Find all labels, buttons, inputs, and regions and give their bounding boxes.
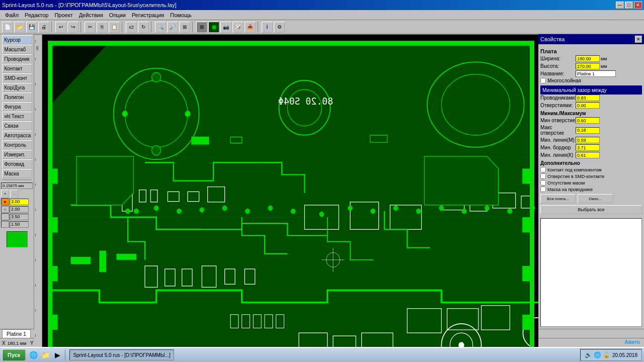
tool-mask[interactable]: Маска (2, 169, 32, 178)
svg-rect-128 (522, 266, 531, 281)
menu-editor[interactable]: Редактор (22, 11, 51, 19)
tab-platine1[interactable]: Platine 1 (2, 329, 31, 338)
svg-point-79 (154, 206, 158, 211)
toolbar-rotate[interactable]: ↻ (138, 22, 149, 33)
wires-value[interactable]: 0.83 (576, 95, 600, 101)
sep1 (51, 22, 53, 33)
toolbar-new[interactable]: 📄 (2, 22, 13, 33)
close-button[interactable]: ✕ (634, 2, 642, 9)
toolbar-zoom-in[interactable]: 🔍 (155, 22, 166, 33)
ie-icon[interactable]: 🌐 (28, 349, 39, 360)
toolbar-redo[interactable]: ↪ (67, 22, 78, 33)
max-via-value[interactable]: 0.18 (576, 127, 600, 134)
toolbar-zoom-out[interactable]: 🔎 (167, 22, 178, 33)
all-board-label: Вся плата... (547, 197, 569, 201)
color-swatch[interactable] (7, 231, 28, 247)
snap-icon[interactable]: + (1, 190, 9, 198)
toolbar-undo[interactable]: ↩ (55, 22, 66, 33)
no-mask-cb[interactable] (540, 180, 546, 186)
min-via-value[interactable]: 0.60 (576, 117, 600, 124)
media-icon[interactable]: ▶ (52, 349, 63, 360)
multilayer-checkbox[interactable] (540, 78, 546, 83)
toolbar-save[interactable]: 💾 (26, 22, 37, 33)
tool-photo[interactable]: Фотовид (2, 159, 32, 168)
toolbar-3d[interactable]: 🎲 (232, 22, 244, 33)
width-value[interactable]: 180.00 (576, 55, 600, 62)
min-lineM-value[interactable]: 0.59 (576, 137, 600, 143)
menu-registration[interactable]: Регистрация (129, 11, 167, 19)
coord-value: 0.15875 мм (1, 183, 33, 189)
tray-icon-1[interactable]: 🔊 (585, 351, 592, 358)
contact-under-cb[interactable] (540, 167, 546, 172)
toolbar-print[interactable]: 🖨 (38, 22, 49, 33)
toolbar-photo[interactable]: 📷 (220, 22, 231, 33)
toolbar-paste[interactable]: 📋 (109, 22, 120, 33)
toolbar-cut[interactable]: ✂ (85, 22, 96, 33)
drc-header-area: Минимальный зазор между (540, 85, 642, 95)
val-row-4: 1.50 (1, 221, 33, 228)
menu-file[interactable]: Файл (2, 11, 22, 19)
svg-rect-124 (49, 315, 58, 330)
svg-point-87 (348, 206, 352, 211)
maximize-button[interactable]: □ (625, 2, 633, 9)
menu-options[interactable]: Опции (106, 11, 129, 19)
tool-polygon[interactable]: Полигон (2, 93, 32, 102)
titlebar-controls: — □ ✕ (616, 2, 642, 9)
toolbar-info[interactable]: i (262, 22, 273, 33)
smd-hole-label: Отверстие в SMD-контакте (547, 174, 604, 179)
menubar: Файл Редактор Проект Действия Опции Реги… (0, 10, 644, 20)
taskbar-sprint[interactable]: Sprint-Layout 5.0 rus - [D:\ПРОГРАММЫ...… (69, 349, 174, 360)
minimize-button[interactable]: — (616, 2, 624, 9)
menu-help[interactable]: Помощь (167, 11, 195, 19)
menu-project[interactable]: Проект (51, 11, 75, 19)
svg-point-89 (393, 206, 398, 211)
toolbar-zoom-fit[interactable]: ⊞ (179, 22, 190, 33)
svg-rect-129 (522, 315, 531, 330)
max-via-label: Макс отверстие (540, 125, 576, 136)
tool-wire[interactable]: Проводник (2, 54, 32, 63)
toolbar-open[interactable]: 📂 (14, 22, 25, 33)
tool-arc[interactable]: Кор/Дуга (2, 83, 32, 92)
pcb-canvas-area[interactable]: 80.20 S04Φ (42, 35, 538, 362)
tray-icon-3[interactable]: 🔒 (603, 351, 610, 358)
explorer-icon[interactable]: 📁 (40, 349, 51, 360)
tool-measure[interactable]: Измерит. (2, 150, 32, 159)
canvas-container: // Will be drawn by SVG lines below |10 … (34, 34, 538, 329)
tool-smd[interactable]: SMD-конт (2, 73, 32, 82)
height-value[interactable]: 270.00 (576, 63, 600, 69)
toolbar-x2[interactable]: x2 (126, 22, 137, 33)
tray-icon-2[interactable]: 🌐 (594, 351, 601, 358)
max-via-row: Макс отверстие 0.18 (540, 125, 642, 136)
tool-contact[interactable]: Контакт (2, 64, 32, 73)
toolbar-import[interactable]: 📥 (245, 22, 256, 33)
smd-hole-cb[interactable] (540, 173, 546, 179)
all-board-button[interactable]: Вся плата... (540, 194, 576, 203)
tool-scale[interactable]: Масштаб (2, 45, 32, 54)
toolbar-grid[interactable]: ⊞ (196, 22, 207, 33)
toolbar-layers[interactable]: ▦ (208, 22, 219, 33)
tool-cursor[interactable]: Курсор (2, 35, 32, 44)
min-border-value[interactable]: 3.71 (576, 144, 600, 151)
select-all-button[interactable]: Выбрать все (540, 205, 642, 214)
canvas-inner: |10 | | | | | | | | | | | | | (34, 35, 538, 362)
tab-label: Platine 1 (7, 331, 26, 337)
tool-autoroute[interactable]: Автотрасса (2, 131, 32, 140)
tool-text[interactable]: ab|Текст (2, 112, 32, 121)
mask-wire-cb[interactable] (540, 187, 546, 192)
holes-value[interactable]: 0.00 (576, 102, 600, 109)
snap-icon2[interactable]: - (10, 190, 18, 198)
menu-actions[interactable]: Действия (76, 11, 106, 19)
name-value[interactable]: Platine 1 (576, 70, 616, 77)
min-lineK-value[interactable]: 0.61 (576, 152, 600, 158)
tool-control[interactable]: Контроль (2, 140, 32, 149)
extra-title: Дополнительно (540, 160, 642, 166)
start-label: Пуск (8, 352, 20, 358)
tool-figure[interactable]: Фигура (2, 102, 32, 111)
toolbar-copy[interactable]: ⎘ (97, 22, 108, 33)
window-button[interactable]: Окно... (578, 194, 613, 203)
tool-connections[interactable]: Связи (2, 121, 32, 130)
properties-close[interactable]: ✕ (635, 36, 642, 43)
toolbar-settings[interactable]: ⚙ (274, 22, 285, 33)
start-button[interactable]: Пуск (2, 349, 26, 361)
multilayer-row: Многослойная (540, 78, 642, 83)
